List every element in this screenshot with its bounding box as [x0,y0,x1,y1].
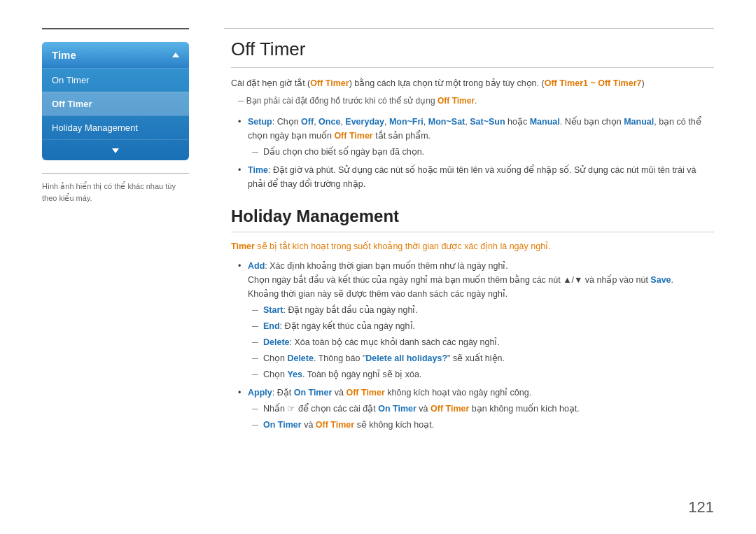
holiday-section: Holiday Management Timer sẽ bị tắt kích … [231,206,714,432]
holiday-bullet-apply: Apply: Đặt On Timer và Off Timer không k… [238,386,714,432]
holiday-bullets: Add: Xác định khoảng thời gian bạn muốn … [238,259,714,432]
everyday-label: Everyday [345,117,384,127]
once-label: Once [318,117,340,127]
on-timer-label: On Timer [294,388,332,398]
manual-label-1: Manual [530,117,560,127]
top-line-right [224,28,714,29]
off-timer-title: Off Timer [231,38,714,60]
off-timer-divider [231,67,714,68]
sidebar-item-on-timer[interactable]: On Timer [42,68,189,92]
page-number: 121 [688,498,714,517]
apply-label: Apply [248,388,272,398]
off-timer-inline-2: Off Timer1 ~ Off Timer7 [545,78,642,88]
sidebar-note: Hình ảnh hiển thị có thể khác nhau tùy t… [42,173,189,204]
off-timer-bullet-time: Time: Đặt giờ và phút. Sử dụng các nút s… [238,163,714,191]
off-label: Off [301,117,314,127]
off-timer-inline-1: Off Timer [310,78,349,88]
holiday-divider [231,232,714,232]
add-sub-list: Start: Đặt ngày bắt đầu của ngày nghỉ. E… [252,303,714,381]
off-timer-bullet-setup: Setup: Chọn Off, Once, Everyday, Mon~Fri… [238,115,714,159]
start-label: Start [263,305,283,315]
sidebar-item-off-timer[interactable]: Off Timer [42,92,189,115]
on-timer-apply: On Timer [378,404,416,414]
off-timer-note: Bạn phải cài đặt đồng hồ trước khi có th… [238,94,714,108]
sidebar-arrow-down [42,139,189,160]
add-sub-delete: Delete: Xóa toàn bộ các mục khỏi danh sá… [252,335,714,349]
setup-label: Setup [248,117,272,127]
time-label: Time [248,165,268,175]
add-sub-delete-2: Chọn Delete. Thông báo "Delete all holid… [252,351,714,365]
on-timer-apply-2: On Timer [263,420,302,430]
off-timer-apply: Off Timer [430,404,469,414]
arrow-down-icon [112,148,119,153]
off-timer-label-apply: Off Timer [346,388,384,398]
delete-label-1: Delete [263,337,290,347]
sidebar-menu: Time On Timer Off Timer Holiday Manageme… [42,42,189,160]
holiday-title: Holiday Management [231,206,714,226]
apply-sub-1: Nhấn ☞ để chọn các cài đặt On Timer và O… [252,402,714,416]
add-sub-start: Start: Đặt ngày bắt đầu của ngày nghỉ. [252,303,714,317]
sidebar-title: Time [42,42,189,68]
holiday-timer-note: Timer sẽ bị tắt kích hoạt trong suốt kho… [231,239,714,253]
sidebar-item-on-timer-label: On Timer [52,75,89,85]
satsun-label: Sat~Sun [470,117,505,127]
timer-orange: Timer [231,241,255,251]
off-timer-bullets: Setup: Chọn Off, Once, Everyday, Mon~Fri… [238,115,714,191]
off-timer-apply-2: Off Timer [316,420,354,430]
delete-all-label: Delete all holidays? [365,353,447,363]
setup-sub-item-1: Dấu chọn cho biết số ngày bạn đã chọn. [252,145,714,159]
off-timer-inline-3: Off Timer [438,96,475,106]
sidebar-item-holiday-management[interactable]: Holiday Management [42,115,189,139]
sidebar-title-label: Time [52,49,76,61]
setup-sub-list: Dấu chọn cho biết số ngày bạn đã chọn. [252,145,714,159]
monsat-label: Mon~Sat [428,117,465,127]
manual-label-2: Manual [624,117,654,127]
holiday-bullet-add: Add: Xác định khoảng thời gian bạn muốn … [238,259,714,381]
off-timer-intro: Cài đặt hẹn giờ tắt (Off Timer) bằng các… [231,76,714,90]
sidebar-item-holiday-label: Holiday Management [52,122,138,133]
add-sub-end: End: Đặt ngày kết thúc của ngày nghỉ. [252,319,714,333]
end-label: End [263,321,280,331]
add-sub-yes: Chọn Yes. Toàn bộ ngày nghỉ sẽ bị xóa. [252,367,714,381]
main-content: Off Timer Cài đặt hẹn giờ tắt (Off Timer… [231,38,714,492]
sidebar-note-text: Hình ảnh hiển thị có thể khác nhau tùy t… [42,182,176,202]
arrow-up-icon [172,52,179,57]
off-timer-section: Off Timer Cài đặt hẹn giờ tắt (Off Timer… [231,38,714,191]
apply-sub-2: On Timer và Off Timer sẽ không kích hoạt… [252,418,714,432]
sidebar: Time On Timer Off Timer Holiday Manageme… [42,42,189,204]
sidebar-item-off-timer-label: Off Timer [52,99,92,109]
top-line-left [42,28,189,29]
apply-sub-list: Nhấn ☞ để chọn các cài đặt On Timer và O… [252,402,714,432]
off-timer-inline-4: Off Timer [334,131,372,141]
save-label: Save [650,275,671,285]
yes-label: Yes [287,370,302,379]
monfri-label: Mon~Fri [389,117,424,127]
add-label: Add [248,261,265,271]
delete-label-2: Delete [287,353,314,363]
